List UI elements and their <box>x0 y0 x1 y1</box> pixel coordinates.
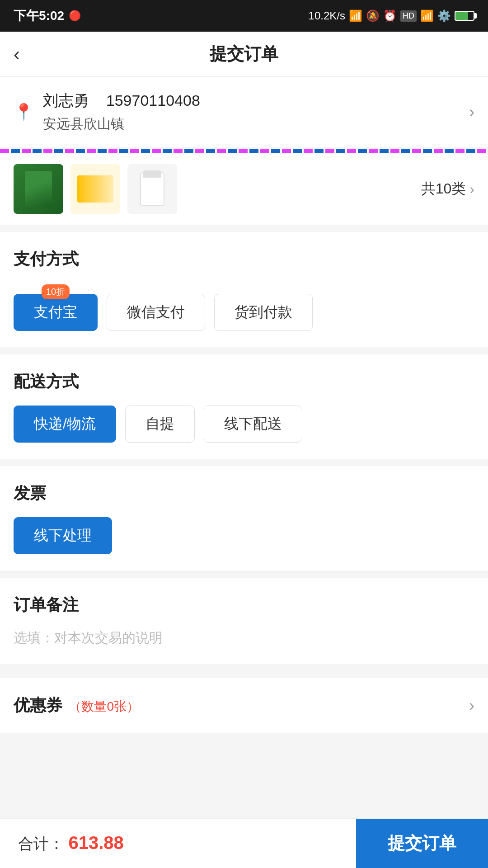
products-count-label: 共10类 <box>421 179 466 199</box>
total-area: 合计： 613.88 <box>0 833 356 854</box>
products-count-arrow: › <box>469 181 474 198</box>
address-main-line: 刘志勇 15970110408 <box>43 90 469 111</box>
order-note-placeholder[interactable]: 选填：对本次交易的说明 <box>14 629 474 647</box>
express-label: 快递/物流 <box>34 415 96 432</box>
alarm-icon: ⏰ <box>383 9 397 22</box>
pickup-label: 自提 <box>145 415 174 432</box>
products-section[interactable]: 共10类 › <box>0 153 488 225</box>
coupon-label-area: 优惠券 （数量0张） <box>14 694 139 717</box>
address-detail: 安远县欣山镇 <box>43 115 469 133</box>
address-arrow: › <box>469 103 474 122</box>
cod-label: 货到付款 <box>235 304 292 320</box>
location-icon: 📍 <box>14 103 34 122</box>
page-header: ‹ 提交订单 <box>0 32 488 77</box>
invoice-options: 线下处理 <box>14 517 474 554</box>
total-label: 合计： <box>18 835 64 852</box>
time-label: 下午5:02 <box>14 7 64 24</box>
delivery-options: 快递/物流 自提 线下配送 <box>14 406 474 443</box>
delivery-option-express[interactable]: 快递/物流 <box>14 406 116 443</box>
settings-icon: ⚙️ <box>437 9 451 22</box>
signal-icon: 🔴 <box>69 10 81 22</box>
address-name: 刘志勇 <box>43 92 89 109</box>
payment-options: 10折 支付宝 微信支付 货到付款 <box>14 283 474 331</box>
address-info: 刘志勇 15970110408 安远县欣山镇 <box>43 90 469 133</box>
payment-title: 支付方式 <box>14 248 474 270</box>
alipay-label: 支付宝 <box>34 304 77 320</box>
delivery-option-offline[interactable]: 线下配送 <box>204 406 302 443</box>
delivery-section: 配送方式 快递/物流 自提 线下配送 <box>0 354 488 459</box>
status-icons: 10.2K/s 📶 🔕 ⏰ HD 📶 ⚙️ <box>309 9 474 22</box>
payment-option-wechat[interactable]: 微信支付 <box>107 294 205 331</box>
product-thumb-1 <box>14 164 63 214</box>
bluetooth-icon: 📶 <box>349 9 362 22</box>
payment-option-alipay[interactable]: 10折 支付宝 <box>14 294 98 331</box>
submit-order-button[interactable]: 提交订单 <box>356 819 488 868</box>
payment-option-cod[interactable]: 货到付款 <box>214 294 313 331</box>
invoice-section: 发票 线下处理 <box>0 466 488 571</box>
product-images <box>14 164 421 214</box>
status-bar: 下午5:02 🔴 10.2K/s 📶 🔕 ⏰ HD 📶 ⚙️ <box>0 0 488 32</box>
invoice-option-offline[interactable]: 线下处理 <box>14 517 112 554</box>
invoice-title: 发票 <box>14 482 474 505</box>
payment-section: 支付方式 10折 支付宝 微信支付 货到付款 <box>0 232 488 347</box>
mute-icon: 🔕 <box>366 9 380 22</box>
battery-icon <box>455 11 474 21</box>
delivery-title: 配送方式 <box>14 371 474 393</box>
order-note-title: 订单备注 <box>14 594 474 616</box>
invoice-offline-label: 线下处理 <box>34 527 92 543</box>
offline-delivery-label: 线下配送 <box>224 415 282 432</box>
product-thumb-3 <box>127 164 177 214</box>
bottom-spacer <box>0 733 488 801</box>
page-title: 提交订单 <box>210 42 278 66</box>
address-tape-decoration <box>0 149 488 153</box>
product-thumb-2 <box>70 164 120 214</box>
wechat-label: 微信支付 <box>127 304 185 320</box>
order-note-section: 订单备注 选填：对本次交易的说明 <box>0 578 488 664</box>
address-section[interactable]: 📍 刘志勇 15970110408 安远县欣山镇 › <box>0 77 488 147</box>
coupon-title: 优惠券 <box>14 696 62 714</box>
divider <box>0 671 488 678</box>
back-button[interactable]: ‹ <box>14 43 20 65</box>
discount-badge: 10折 <box>42 284 70 299</box>
status-time: 下午5:02 🔴 <box>14 7 81 24</box>
signal-bars: 📶 <box>420 9 434 22</box>
hd-badge: HD <box>400 10 417 22</box>
products-count: 共10类 › <box>421 179 474 199</box>
network-speed: 10.2K/s <box>309 9 345 22</box>
address-phone: 15970110408 <box>106 92 200 109</box>
coupon-section[interactable]: 优惠券 （数量0张） › <box>0 678 488 733</box>
delivery-option-pickup[interactable]: 自提 <box>125 406 195 443</box>
coupon-arrow: › <box>469 696 474 715</box>
bottom-bar: 合计： 613.88 提交订单 <box>0 818 488 868</box>
coupon-count: （数量0张） <box>69 699 139 713</box>
total-amount: 613.88 <box>68 833 123 853</box>
